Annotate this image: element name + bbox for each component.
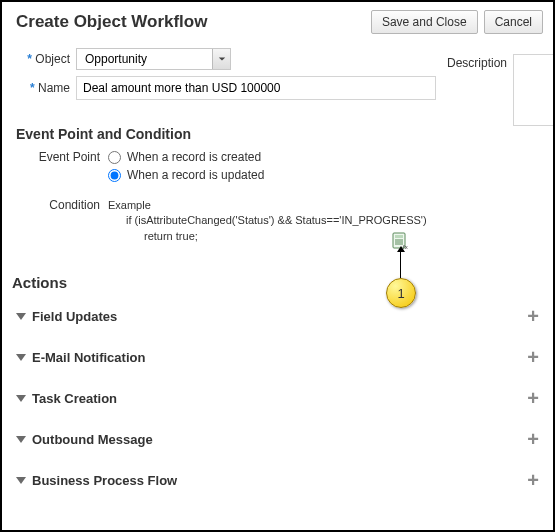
accordion-title: E-Mail Notification — [32, 350, 145, 365]
radio-created[interactable]: When a record is created — [108, 150, 261, 164]
description-textarea[interactable] — [513, 54, 553, 126]
object-label: Object — [16, 52, 76, 66]
accordion-row-0[interactable]: Field Updates+ — [2, 295, 553, 336]
actions-heading: Actions — [2, 244, 553, 295]
accordion-title: Task Creation — [32, 391, 117, 406]
accordion-row-4[interactable]: Business Process Flow+ — [2, 459, 553, 500]
add-icon[interactable]: + — [527, 429, 539, 449]
condition-example: Example if (isAttributeChanged('Status')… — [108, 198, 427, 244]
radio-updated-input[interactable] — [108, 169, 121, 182]
object-select[interactable]: Opportunity — [76, 48, 231, 70]
add-icon[interactable]: + — [527, 347, 539, 367]
page-title: Create Object Workflow — [16, 12, 207, 32]
callout-arrow — [400, 250, 401, 278]
radio-updated[interactable]: When a record is updated — [108, 168, 264, 182]
accordion-title: Outbound Message — [32, 432, 153, 447]
disclosure-triangle-icon — [16, 354, 26, 361]
radio-created-label: When a record is created — [127, 150, 261, 164]
svg-rect-1 — [395, 235, 403, 238]
add-icon[interactable]: + — [527, 306, 539, 326]
name-label: Name — [16, 81, 76, 95]
disclosure-triangle-icon — [16, 436, 26, 443]
radio-updated-label: When a record is updated — [127, 168, 264, 182]
accordion-row-3[interactable]: Outbound Message+ — [2, 418, 553, 459]
accordion-title: Business Process Flow — [32, 473, 177, 488]
add-icon[interactable]: + — [527, 388, 539, 408]
accordion-row-2[interactable]: Task Creation+ — [2, 377, 553, 418]
callout-badge-1: 1 — [386, 278, 416, 308]
add-icon[interactable]: + — [527, 470, 539, 490]
description-label: Description — [447, 54, 507, 70]
disclosure-triangle-icon — [16, 477, 26, 484]
disclosure-triangle-icon — [16, 395, 26, 402]
accordion-row-1[interactable]: E-Mail Notification+ — [2, 336, 553, 377]
disclosure-triangle-icon — [16, 313, 26, 320]
condition-label: Condition — [36, 198, 108, 212]
cancel-button[interactable]: Cancel — [484, 10, 543, 34]
radio-created-input[interactable] — [108, 151, 121, 164]
save-and-close-button[interactable]: Save and Close — [371, 10, 478, 34]
accordion-title: Field Updates — [32, 309, 117, 324]
name-input[interactable] — [76, 76, 436, 100]
event-point-label: Event Point — [36, 150, 108, 164]
